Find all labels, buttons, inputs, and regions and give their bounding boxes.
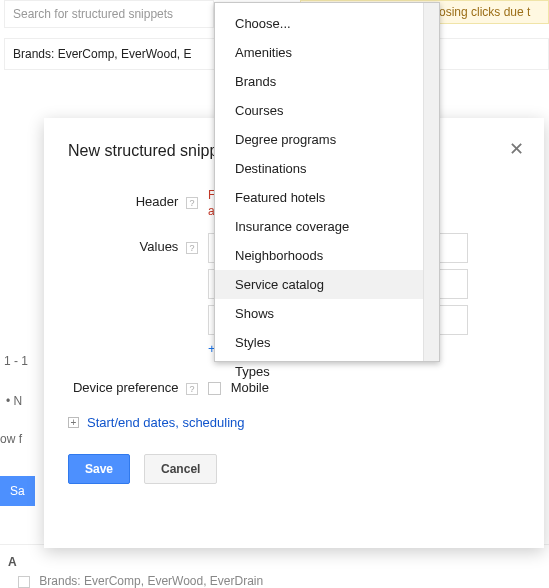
- dropdown-item[interactable]: Neighborhoods: [215, 241, 439, 270]
- device-label: Device preference ?: [68, 374, 208, 395]
- save-button[interactable]: Save: [68, 454, 130, 484]
- dropdown-item[interactable]: Styles: [215, 328, 439, 357]
- dropdown-item[interactable]: Destinations: [215, 154, 439, 183]
- dropdown-item[interactable]: Degree programs: [215, 125, 439, 154]
- dropdown-item[interactable]: Amenities: [215, 38, 439, 67]
- dropdown-item[interactable]: Types: [215, 357, 439, 386]
- help-icon[interactable]: ?: [186, 197, 198, 209]
- header-label: Header ?: [68, 188, 208, 209]
- help-icon[interactable]: ?: [186, 242, 198, 254]
- header-dropdown[interactable]: Choose...AmenitiesBrandsCoursesDegree pr…: [214, 2, 440, 362]
- help-icon[interactable]: ?: [186, 383, 198, 395]
- button-row: Save Cancel: [68, 454, 520, 484]
- dropdown-item[interactable]: Service catalog: [215, 270, 439, 299]
- bg-pager: 1 - 1: [0, 350, 32, 372]
- checkbox-icon: [18, 576, 30, 588]
- bg-row-brands-2: Brands: EverComp, EverWood, EverDrain: [18, 574, 263, 588]
- bg-save-ghost: Sa: [0, 476, 35, 506]
- dropdown-item[interactable]: Choose...: [215, 9, 439, 38]
- dropdown-item[interactable]: Courses: [215, 96, 439, 125]
- dropdown-item[interactable]: Insurance coverage: [215, 212, 439, 241]
- bg-fragment-ow: ow f: [0, 432, 22, 446]
- close-icon[interactable]: ✕: [509, 140, 524, 158]
- schedule-expand[interactable]: + Start/end dates, scheduling: [68, 415, 520, 430]
- dropdown-item[interactable]: Featured hotels: [215, 183, 439, 212]
- search-input-bg[interactable]: Search for structured snippets: [4, 0, 214, 28]
- cancel-button[interactable]: Cancel: [144, 454, 217, 484]
- values-label: Values ?: [68, 233, 208, 254]
- dropdown-item[interactable]: Shows: [215, 299, 439, 328]
- dropdown-item[interactable]: Brands: [215, 67, 439, 96]
- bg-fragment-n: • N: [6, 394, 22, 408]
- plus-icon: +: [68, 417, 79, 428]
